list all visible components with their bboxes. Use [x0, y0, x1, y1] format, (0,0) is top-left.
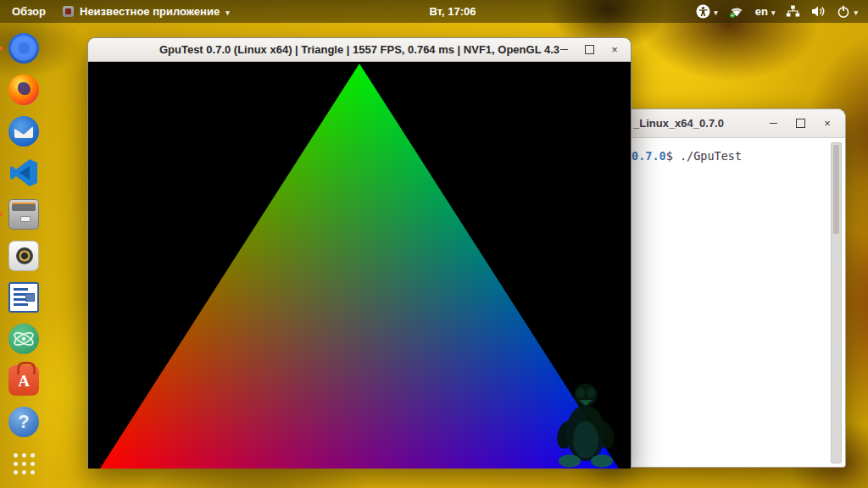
app-grid-icon — [11, 451, 36, 476]
dock: ? — [0, 23, 47, 488]
files-icon — [8, 199, 39, 230]
chromium-icon — [8, 33, 39, 64]
keyboard-layout-menu[interactable]: en ▾ — [755, 5, 776, 18]
accessibility-icon — [696, 4, 710, 19]
terminal-scrollbar-thumb[interactable] — [833, 145, 839, 234]
terminal-titlebar[interactable]: _Linux_x64_0.7.0 × — [594, 109, 845, 138]
terminal-prompt-line: 0.7.0$ ./GpuTest — [632, 149, 845, 163]
atom-icon — [8, 324, 39, 354]
terminal-title: _Linux_x64_0.7.0 — [633, 117, 724, 130]
tux-linux-logo-icon — [554, 379, 617, 469]
dock-item-app-grid[interactable] — [8, 447, 40, 480]
desktop: _Linux_x64_0.7.0 × 0.7.0$ ./GpuTest GpuT… — [0, 0, 868, 488]
clock-button[interactable]: Вт, 17:06 — [429, 5, 476, 18]
gputest-window[interactable]: GpuTest 0.7.0 (Linux x64) | Triangle | 1… — [87, 37, 632, 469]
libreoffice-writer-icon — [8, 282, 39, 313]
speaker-icon — [8, 241, 39, 271]
network-menu[interactable] — [786, 5, 800, 18]
ubuntu-software-icon — [8, 365, 39, 396]
terminal-minimize-button[interactable] — [767, 118, 779, 130]
volume-icon — [811, 5, 826, 18]
prompt-path: 0.7.0 — [632, 149, 666, 163]
dock-item-ubuntu-software[interactable] — [8, 364, 40, 396]
running-indicator — [0, 213, 3, 217]
terminal-scrollbar[interactable] — [831, 142, 842, 463]
gputest-minimize-button[interactable] — [558, 44, 570, 56]
running-indicator — [0, 47, 3, 51]
dock-item-atom[interactable] — [8, 323, 40, 355]
language-label: en — [755, 5, 768, 18]
gputest-titlebar[interactable]: GpuTest 0.7.0 (Linux x64) | Triangle | 1… — [88, 38, 631, 62]
system-status-area[interactable]: ▾ en ▾ — [696, 0, 861, 23]
chevron-down-icon: ▾ — [771, 8, 776, 17]
help-icon: ? — [8, 407, 39, 437]
terminal-content[interactable]: 0.7.0$ ./GpuTest — [594, 138, 845, 468]
accessibility-menu[interactable]: ▾ — [696, 4, 718, 19]
rgb-triangle — [88, 62, 631, 469]
vscode-icon — [9, 158, 38, 187]
chevron-down-icon: ▾ — [854, 8, 858, 17]
gputest-title: GpuTest 0.7.0 (Linux x64) | Triangle | 1… — [159, 43, 559, 56]
gputest-close-button[interactable]: × — [609, 44, 620, 56]
terminal-close-button[interactable]: × — [821, 118, 833, 130]
dock-item-help[interactable]: ? — [8, 406, 40, 438]
network-tree-icon — [786, 5, 800, 18]
wifi-menu[interactable] — [729, 5, 744, 18]
power-menu[interactable]: ▾ — [837, 5, 858, 19]
prompt-command: $ ./GpuTest — [666, 149, 742, 163]
gputest-maximize-button[interactable] — [583, 44, 595, 56]
dock-item-firefox[interactable] — [8, 74, 40, 106]
wifi-icon — [729, 5, 744, 18]
chevron-down-icon: ▾ — [225, 8, 230, 17]
dock-item-rhythmbox[interactable] — [8, 240, 40, 272]
firefox-icon — [8, 75, 39, 105]
dock-item-vscode[interactable] — [8, 157, 40, 189]
dock-item-chromium[interactable] — [8, 32, 40, 64]
thunderbird-icon — [8, 116, 39, 147]
dock-item-libreoffice-writer[interactable] — [8, 281, 40, 313]
chevron-down-icon: ▾ — [714, 8, 718, 17]
terminal-maximize-button[interactable] — [794, 118, 806, 130]
dock-item-thunderbird[interactable] — [8, 115, 40, 147]
app-menu-button[interactable]: Неизвестное приложение ▾ — [63, 5, 230, 18]
app-menu-label: Неизвестное приложение — [80, 5, 220, 18]
activities-button[interactable]: Обзор — [12, 5, 46, 18]
power-icon — [837, 5, 850, 19]
top-bar: Обзор Неизвестное приложение ▾ Вт, 17:06… — [0, 0, 868, 23]
dock-item-files[interactable] — [8, 198, 40, 230]
opengl-viewport — [88, 62, 631, 469]
volume-menu[interactable] — [811, 5, 826, 18]
app-window-icon — [63, 6, 74, 17]
